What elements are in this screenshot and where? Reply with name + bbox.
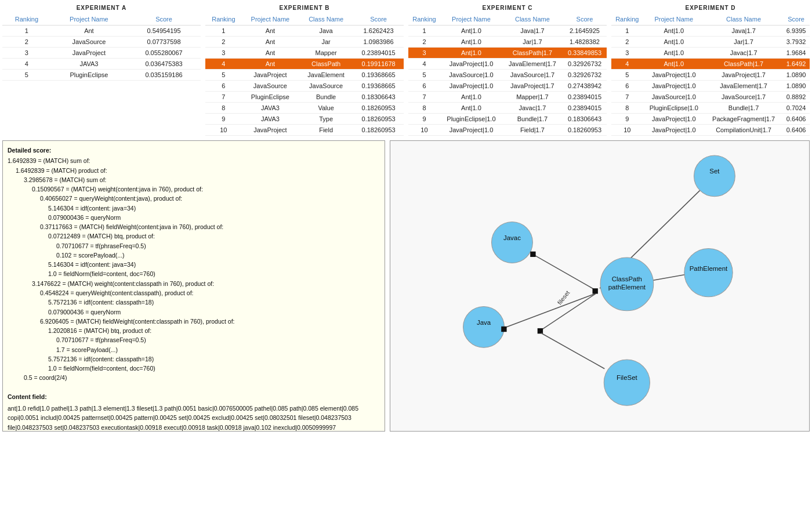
table-header: Score	[782, 13, 810, 26]
table-row: 7PluginEclipseBundle0.18306643	[205, 92, 404, 103]
cell-rank: 4	[611, 59, 643, 70]
cell-score: 0.18260953	[353, 125, 404, 136]
cell-project: PluginEclipse	[242, 92, 299, 103]
cell-class: PackageFragment|1.7	[705, 114, 782, 125]
table-row: 6JavaProject|1.0JavaProject|1.70.2743894…	[408, 81, 607, 92]
node-javac-sq	[530, 252, 535, 257]
cell-class: JavaSource	[299, 81, 353, 92]
cell-class: Value	[299, 103, 353, 114]
table-row: 7Ant|1.0Mapper|1.70.23894015	[408, 92, 607, 103]
table-row: 5JavaProject|1.0JavaProject|1.71.0890	[611, 70, 810, 81]
detail-line: 0.4548224 = queryWeight(content:classpat…	[8, 288, 380, 298]
detail-panel: Detailed score: 1.6492839 = (MATCH) sum …	[2, 140, 385, 432]
cell-class: ClassPath|1.7	[502, 48, 563, 59]
table-header: Ranking	[408, 13, 440, 26]
cell-rank: 5	[408, 70, 440, 81]
node-java-label: Java	[477, 319, 491, 326]
cell-class: JavaSource|1.7	[705, 92, 782, 103]
detail-line: 5.7572136 = idf(content: classpath=18)	[8, 298, 380, 307]
cell-class: ClassPath|1.7	[705, 59, 782, 70]
cell-score: 0.19368665	[353, 70, 404, 81]
node-fileset-label: FileSet	[617, 375, 637, 382]
table-header: Score	[353, 13, 404, 26]
experiment-C: EXPERIMENT CRankingProject NameClass Nam…	[408, 5, 607, 136]
cell-class: Javac|1.7	[502, 103, 563, 114]
cell-class: Mapper	[299, 48, 353, 59]
detail-line: 5.146304 = idf(content: java=34)	[8, 204, 380, 213]
detail-line: 1.6492839 = (MATCH) sum of:	[8, 156, 380, 165]
table-row: 1AntJava1.6262423	[205, 26, 404, 37]
cell-rank: 2	[2, 37, 51, 48]
cell-project: Ant|1.0	[643, 26, 705, 37]
cell-rank: 2	[205, 37, 242, 48]
detail-line: 0.07212489 = (MATCH) btq, product of:	[8, 231, 380, 241]
cell-rank: 9	[611, 114, 643, 125]
cell-project: Ant|1.0	[440, 37, 502, 48]
table-header: Score	[563, 13, 607, 26]
cell-rank: 1	[2, 26, 51, 37]
detail-line: 0.079000436 = queryNorm	[8, 213, 380, 222]
table-row: 4AntClassPath0.19911678	[205, 59, 404, 70]
cell-rank: 10	[205, 125, 242, 136]
cell-score: 1.9684	[782, 48, 810, 59]
cell-rank: 2	[611, 37, 643, 48]
table-row: 4JAVA30.036475383	[2, 59, 201, 70]
cell-class: Java	[299, 26, 353, 37]
cell-project: JavaProject|1.0	[440, 81, 502, 92]
table-row: 9JavaProject|1.0PackageFragment|1.70.640…	[611, 114, 810, 125]
cell-rank: 10	[408, 125, 440, 136]
cell-rank: 1	[408, 26, 440, 37]
table-row: 10JavaProjectField0.18260953	[205, 125, 404, 136]
table-row: 9JAVA3Type0.18260953	[205, 114, 404, 125]
table-row: 3Ant|1.0ClassPath|1.70.33849853	[408, 48, 607, 59]
cell-class: Javac|1.7	[705, 48, 782, 59]
edge-fileset-circle-sq	[541, 333, 604, 368]
cell-score: 0.036475383	[127, 59, 201, 70]
table-header: Project Name	[51, 13, 127, 26]
table-row: 2Ant|1.0Jar|1.73.7932	[611, 37, 810, 48]
cell-score: 0.8892	[782, 92, 810, 103]
cell-project: JavaProject|1.0	[440, 59, 502, 70]
table-row: 2JavaSource0.07737598	[2, 37, 201, 48]
cell-project: Ant	[242, 59, 299, 70]
cell-rank: 3	[611, 48, 643, 59]
cell-rank: 6	[611, 81, 643, 92]
table-row: 4Ant|1.0ClassPath|1.71.6492	[611, 59, 810, 70]
table-header: Class Name	[299, 13, 353, 26]
top-section: EXPERIMENT ARankingProject NameScore1Ant…	[0, 0, 812, 138]
cell-class: JavaElement	[299, 70, 353, 81]
table-row: 1Ant|1.0Java|1.76.9395	[611, 26, 810, 37]
cell-rank: 6	[408, 81, 440, 92]
cell-class: Bundle|1.7	[705, 103, 782, 114]
cell-rank: 5	[611, 70, 643, 81]
cell-score: 6.9395	[782, 26, 810, 37]
cell-rank: 1	[611, 26, 643, 37]
node-javac	[492, 222, 533, 263]
cell-rank: 6	[205, 81, 242, 92]
cell-project: Ant|1.0	[643, 48, 705, 59]
cell-project: JavaSource|1.0	[643, 92, 705, 103]
cell-project: JavaProject|1.0	[643, 81, 705, 92]
cell-project: JavaSource	[242, 81, 299, 92]
cell-rank: 7	[408, 92, 440, 103]
cell-score: 0.07737598	[127, 37, 201, 48]
cell-class: JavaProject|1.7	[502, 81, 563, 92]
table-row: 3AntMapper0.23894015	[205, 48, 404, 59]
cell-score: 0.33849853	[563, 48, 607, 59]
table-row: 6JavaSourceJavaSource0.19368665	[205, 81, 404, 92]
table-row: 8Ant|1.0Javac|1.70.23894015	[408, 103, 607, 114]
cell-project: JavaProject	[242, 70, 299, 81]
cell-score: 0.055280067	[127, 48, 201, 59]
table-header: Ranking	[611, 13, 643, 26]
experiment-B: EXPERIMENT BRankingProject NameClass Nam…	[205, 5, 404, 136]
experiment-D: EXPERIMENT DRankingProject NameClass Nam…	[611, 5, 810, 136]
cell-score: 1.0983986	[353, 37, 404, 48]
experiment-C-title: EXPERIMENT C	[408, 5, 607, 11]
cell-rank: 3	[205, 48, 242, 59]
cell-project: JavaProject|1.0	[643, 114, 705, 125]
cell-score: 2.1645925	[563, 26, 607, 37]
cell-rank: 7	[611, 92, 643, 103]
detail-line: 0.102 = scorePayload(...)	[8, 251, 380, 260]
cell-class: JavaElement|1.7	[705, 81, 782, 92]
table-row: 1Ant0.54954195	[2, 26, 201, 37]
